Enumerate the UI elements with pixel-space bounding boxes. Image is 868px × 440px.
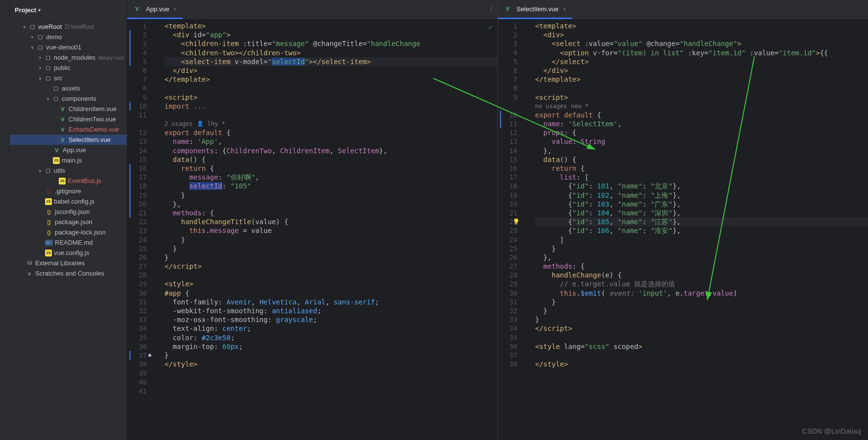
folder-icon: ▢ (44, 64, 52, 72)
tool-window-rail[interactable] (0, 0, 10, 440)
tree-item[interactable]: VChildrenTwo.vue (10, 114, 127, 124)
editor-left: V App.vue × ⋮ ✓ 123456789101112131415161… (127, 0, 498, 440)
code-text[interactable]: <template> <div id="app"> <children-item… (153, 20, 497, 440)
folder-icon: ▢ (44, 74, 52, 82)
usages-right: new * (571, 102, 588, 111)
tree-item-label: SelectItem.vue (69, 136, 111, 143)
tree-item-label: package.json (55, 218, 93, 226)
json-icon: {} (45, 218, 53, 226)
tabbar-right[interactable]: V SelectItem.vue × (498, 0, 868, 20)
editor-split: V App.vue × ⋮ ✓ 123456789101112131415161… (127, 0, 868, 440)
editor-right: V SelectItem.vue × 123456789101112131415… (498, 0, 868, 440)
tree-item-label: public (54, 64, 70, 71)
tree-item[interactable]: JSvue.config.js (10, 248, 127, 258)
tree-root[interactable]: v ▢ vueRoot D:\vueRoot (10, 22, 127, 32)
js-icon: JS (45, 198, 52, 205)
tree-item[interactable]: v▢vue-demo01 (10, 42, 127, 52)
tree-item[interactable]: v▢utils (10, 165, 127, 176)
tree-item[interactable]: >▢public (10, 63, 127, 73)
tree-item[interactable]: >▢demo (10, 32, 127, 42)
tree-item[interactable]: {}jsconfig.json (10, 207, 127, 217)
git-icon: ◌ (45, 187, 53, 195)
tree-item-label: src (54, 74, 62, 82)
vue-icon: V (59, 126, 67, 134)
vue-icon: V (53, 146, 61, 154)
folder-icon: ▢ (44, 167, 52, 175)
code-area-right[interactable]: 1234567891011121314151617181920212223242… (498, 20, 868, 440)
tab-label: SelectItem.vue (516, 5, 559, 13)
editor-split-icon[interactable]: ⋮ (488, 5, 494, 13)
library-icon: ⛁ (25, 259, 33, 267)
close-icon[interactable]: × (563, 5, 566, 13)
tabbar-left[interactable]: V App.vue × ⋮ (127, 0, 497, 20)
tree-item-label: EchartsDemo.vue (69, 126, 119, 133)
tree-item-label: utils (54, 167, 65, 174)
tree-item-label: vue.config.js (54, 249, 89, 256)
folder-icon: ▢ (52, 95, 60, 103)
tree-item-label: node_modules (54, 54, 95, 61)
usages-count: 2 usages (164, 119, 193, 128)
tree-item[interactable]: >▢node_moduleslibrary root (10, 52, 127, 63)
md-icon: M↓ (45, 240, 53, 246)
tree-item[interactable]: ◌.gitignore (10, 186, 127, 196)
vue-icon: V (133, 5, 141, 13)
js-icon: JS (45, 250, 52, 256)
js-icon: JS (53, 157, 60, 164)
tree-item-label: ChildrenItem.vue (69, 105, 117, 113)
js-icon: JS (59, 178, 66, 185)
tree-item-label: demo (46, 33, 62, 41)
sidebar-header[interactable]: Project ▾ (10, 0, 127, 20)
json-icon: {} (45, 229, 53, 236)
tree-item[interactable]: v▢src (10, 73, 127, 83)
scratch-icon: ≡ (25, 270, 33, 278)
code-text[interactable]: <template> <div> <select :value="value" … (523, 20, 868, 440)
vue-icon: V (504, 5, 512, 13)
tree-item[interactable]: JSEventBus.js (10, 176, 127, 186)
tree-item[interactable]: v▢components (10, 93, 127, 104)
tab-selectitem-vue[interactable]: V SelectItem.vue × (498, 0, 572, 19)
tree-item-label: vue-demo01 (46, 44, 81, 51)
tree-item-label: jsconfig.json (55, 208, 90, 215)
app-root: Project ▾ v ▢ vueRoot D:\vueRoot >▢demov… (0, 0, 868, 440)
sidebar-title: Project (15, 6, 36, 14)
tree-item[interactable]: VEchartsDemo.vue (10, 124, 127, 135)
folder-icon: ▢ (36, 44, 44, 51)
tree-item[interactable]: {}package-lock.json (10, 227, 127, 237)
vue-icon: V (59, 136, 67, 144)
author: lhy * (208, 119, 225, 128)
vue-icon: V (59, 116, 67, 123)
tree-item[interactable]: VApp.vue (10, 145, 127, 155)
folder-icon: ▢ (28, 23, 36, 31)
tree-item[interactable]: JSmain.js (10, 155, 127, 165)
close-icon[interactable]: × (173, 5, 177, 13)
folder-icon: ▢ (44, 54, 52, 62)
project-sidebar: Project ▾ v ▢ vueRoot D:\vueRoot >▢demov… (10, 0, 127, 440)
tree-item-label: assets (62, 85, 80, 92)
json-icon: {} (45, 208, 53, 216)
tree-item[interactable]: JSbabel.config.js (10, 196, 127, 207)
project-tree[interactable]: v ▢ vueRoot D:\vueRoot >▢demov▢vue-demo0… (10, 20, 127, 440)
tree-item[interactable]: VChildrenItem.vue (10, 104, 127, 114)
tree-item-label: babel.config.js (54, 198, 94, 205)
tree-item[interactable]: M↓README.md (10, 237, 127, 248)
folder-icon: ▢ (52, 85, 60, 93)
tree-item-label: main.js (62, 157, 82, 164)
gutter-markers (127, 22, 153, 395)
tree-item[interactable]: ▢assets (10, 83, 127, 93)
external-libraries[interactable]: ⛁ External Libraries (10, 258, 127, 268)
vue-icon: V (59, 105, 67, 113)
tab-app-vue[interactable]: V App.vue × (127, 0, 183, 19)
folder-icon: ▢ (36, 33, 44, 41)
usages-left: no usages (535, 102, 567, 111)
code-area-left[interactable]: ✓ 12345678910111213141516171819202122232… (127, 20, 497, 440)
tree-item-label: ChildrenTwo.vue (69, 116, 116, 123)
chevron-down-icon: ▾ (38, 7, 41, 13)
tree-item[interactable]: VSelectItem.vue (10, 135, 127, 145)
tree-item-label: components (62, 95, 96, 102)
scratches[interactable]: ≡ Scratches and Consoles (10, 268, 127, 278)
gutter-markers: 💡 (498, 22, 523, 369)
tree-item[interactable]: {}package.json (10, 217, 127, 227)
tree-item-label: App.vue (63, 146, 86, 154)
tree-item-label: README.md (55, 239, 93, 246)
tab-label: App.vue (146, 5, 169, 13)
